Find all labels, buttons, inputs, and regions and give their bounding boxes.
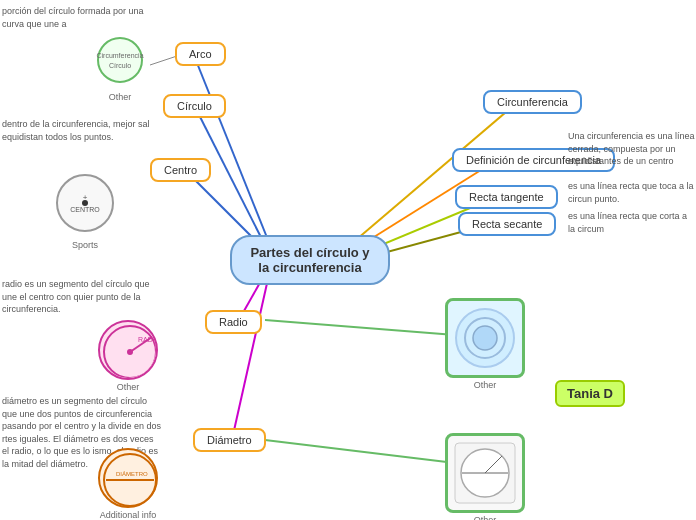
svg-line-4 <box>233 270 270 435</box>
circunferencia-node: Circunferencia <box>483 90 582 114</box>
svg-point-27 <box>473 326 497 350</box>
recta-tangente-node: Recta tangente <box>455 185 558 209</box>
diametro-label: Diámetro <box>193 428 266 452</box>
svg-text:Círculo: Círculo <box>109 62 131 69</box>
radio-info: radio es un segmento del círculo que une… <box>2 278 162 316</box>
radio-image-box: Other <box>445 298 525 390</box>
centro-info: dentro de la circunferencia, mejor sal e… <box>2 118 162 143</box>
arco-label: Arco <box>175 42 226 66</box>
centro-node: Centro <box>150 158 211 182</box>
circulo-label: Círculo <box>163 94 226 118</box>
r-secante-info: es una línea recta que corta a la circum <box>568 210 696 235</box>
centro-label: Centro <box>150 158 211 182</box>
diametro-image-box: Other <box>445 433 525 520</box>
centro-sports-caption: Sports <box>72 240 98 250</box>
recta-secante-label: Recta secante <box>458 212 556 236</box>
svg-point-22 <box>127 349 133 355</box>
recta-secante-node: Recta secante <box>458 212 556 236</box>
diametro-node: Diámetro <box>193 428 266 452</box>
svg-line-9 <box>265 320 455 335</box>
svg-line-0 <box>195 58 270 245</box>
central-label: Partes del círculo y la circunferencia <box>230 235 390 285</box>
svg-text:+: + <box>83 193 88 202</box>
radio-diagram: RADIO Other <box>98 320 158 392</box>
svg-point-12 <box>98 38 142 82</box>
tania-text: Tania D <box>555 380 625 407</box>
radio-node: Radio <box>205 310 262 334</box>
arco-diagram: Circumferencia Círculo Other <box>90 30 150 102</box>
arco-node: Arco <box>175 42 226 66</box>
circulo-info: porción del círculo formada por una curv… <box>2 5 162 30</box>
radio-other-caption: Other <box>117 382 140 392</box>
circunferencia-label: Circunferencia <box>483 90 582 114</box>
diametro-diagram: DIÁMETRO Additional info <box>98 448 158 520</box>
diametro-additional-caption: Additional info <box>100 510 157 520</box>
tania-label-node: Tania D <box>555 380 625 407</box>
svg-line-10 <box>265 440 455 463</box>
svg-text:DIÁMETRO: DIÁMETRO <box>116 471 148 477</box>
centro-diagram: + CENTRO Sports <box>50 168 120 250</box>
svg-text:RADIO: RADIO <box>138 336 158 343</box>
svg-text:Circumferencia: Circumferencia <box>96 52 143 59</box>
image-box1-caption: Other <box>474 380 497 390</box>
recta-tangente-label: Recta tangente <box>455 185 558 209</box>
circulo-node: Círculo <box>163 94 226 118</box>
central-node: Partes del círculo y la circunferencia <box>230 235 390 285</box>
image-box2-caption: Other <box>474 515 497 520</box>
arco-caption: Other <box>109 92 132 102</box>
r-tangente-info: es una línea recta que toca a la circun … <box>568 180 696 205</box>
svg-text:CENTRO: CENTRO <box>70 206 100 213</box>
radio-label: Radio <box>205 310 262 334</box>
def-circ-info: Una circunferencia es una línea cerrada,… <box>568 130 696 168</box>
